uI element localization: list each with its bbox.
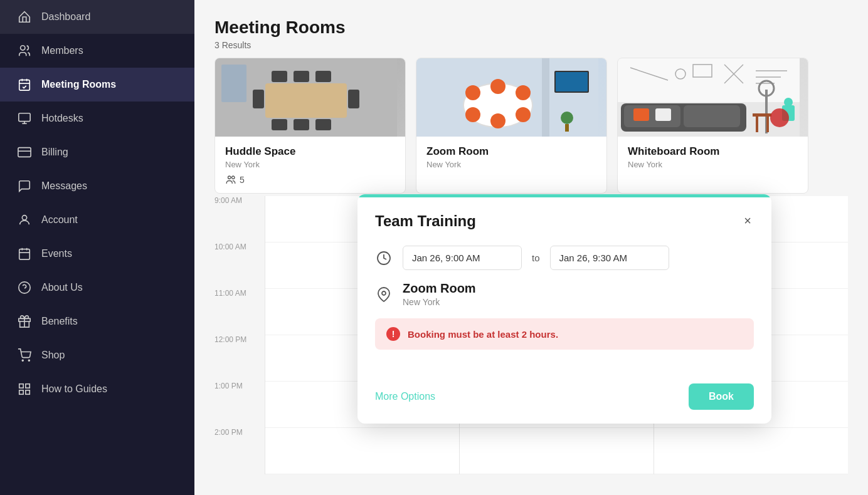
book-button[interactable]: Book	[689, 383, 754, 410]
to-label: to	[532, 253, 540, 263]
time-to-input[interactable]	[550, 246, 669, 270]
sidebar-item-how-to-guides[interactable]: How to Guides	[0, 372, 194, 406]
svg-rect-1	[19, 80, 30, 91]
sidebar-item-label: Members	[41, 45, 83, 56]
time-column: 9:00 AM 10:00 AM 11:00 AM 12:00 PM 1:00 …	[214, 196, 265, 474]
svg-rect-32	[272, 119, 287, 130]
svg-rect-70	[766, 117, 769, 132]
room-card-body-whiteboard: Whiteboard Room New York	[618, 137, 808, 177]
room-image-huddle	[215, 58, 405, 137]
svg-point-44	[516, 107, 531, 122]
time-slot: 11:00 AM	[214, 289, 265, 335]
svg-rect-39	[542, 58, 549, 137]
sidebar-item-label: Hotdesks	[41, 113, 83, 124]
sidebar: Dashboard Members Meeting Rooms Hotdesks…	[0, 0, 194, 495]
sidebar-item-label: Shop	[41, 350, 65, 361]
room-card-body-huddle: Huddle Space New York 5	[215, 137, 405, 193]
sidebar-item-meeting-rooms[interactable]: Meeting Rooms	[0, 68, 194, 102]
error-icon: !	[386, 327, 400, 341]
sidebar-item-label: Messages	[41, 180, 87, 192]
svg-rect-64	[633, 108, 649, 121]
svg-rect-35	[221, 65, 246, 102]
svg-rect-24	[26, 390, 29, 394]
sidebar-item-shop[interactable]: Shop	[0, 338, 194, 372]
time-row: to	[375, 246, 754, 270]
svg-rect-21	[19, 384, 23, 388]
time-from-input[interactable]	[403, 246, 522, 270]
booking-modal: Team Training × to Zoom Room New Yor	[357, 194, 771, 424]
svg-rect-28	[348, 90, 359, 108]
sidebar-item-events[interactable]: Events	[0, 237, 194, 271]
sidebar-item-label: How to Guides	[41, 383, 107, 395]
svg-rect-11	[19, 249, 30, 260]
monitor-icon	[18, 112, 31, 125]
sidebar-item-account[interactable]: Account	[0, 203, 194, 237]
room-image-whiteboard	[618, 58, 808, 137]
room-name: Huddle Space	[225, 145, 395, 158]
modal-title: Team Training	[375, 212, 476, 230]
sidebar-item-label: Dashboard	[41, 11, 90, 23]
svg-rect-29	[272, 71, 287, 82]
sidebar-item-benefits[interactable]: Benefits	[0, 305, 194, 338]
svg-point-72	[784, 98, 793, 107]
question-icon	[18, 281, 31, 294]
room-image-zoom	[416, 58, 606, 137]
location-city: New York	[403, 297, 476, 307]
svg-rect-69	[756, 117, 758, 132]
clock-icon	[375, 249, 393, 267]
location-row: Zoom Room New York	[375, 281, 754, 307]
svg-point-73	[770, 108, 789, 127]
room-card-body-zoom: Zoom Room New York	[416, 137, 606, 177]
sidebar-item-label: About Us	[41, 282, 83, 293]
time-slot: 12:00 PM	[214, 335, 265, 382]
svg-rect-5	[19, 113, 30, 122]
svg-rect-68	[753, 113, 771, 117]
sidebar-item-billing[interactable]: Billing	[0, 135, 194, 169]
modal-close-button[interactable]: ×	[741, 211, 754, 231]
time-slot: 2:00 PM	[214, 428, 265, 474]
gift-icon	[18, 315, 31, 328]
error-banner: ! Booking must be at least 2 hours.	[375, 318, 754, 350]
room-card-huddle[interactable]: Huddle Space New York 5	[214, 58, 406, 194]
svg-rect-48	[556, 72, 588, 91]
svg-point-46	[465, 107, 480, 122]
sidebar-item-label: Events	[41, 248, 72, 259]
svg-rect-8	[18, 148, 31, 157]
credit-card-icon	[18, 145, 31, 159]
room-name: Whiteboard Room	[628, 145, 798, 158]
room-card-zoom[interactable]: Zoom Room New York	[416, 58, 607, 194]
room-location: New York	[225, 160, 395, 169]
calendar-cell[interactable]	[460, 428, 654, 474]
calendar-icon	[18, 247, 31, 261]
location-info: Zoom Room New York	[403, 281, 476, 307]
calendar-cell[interactable]	[654, 428, 848, 474]
sidebar-item-label: Benefits	[41, 316, 78, 327]
svg-point-0	[21, 46, 25, 50]
shopping-cart-icon	[18, 348, 31, 362]
svg-rect-27	[253, 90, 264, 108]
sidebar-item-label: Account	[41, 214, 78, 226]
room-card-whiteboard[interactable]: Whiteboard Room New York	[617, 58, 808, 194]
svg-rect-65	[655, 108, 671, 121]
message-icon	[18, 179, 31, 193]
calendar-cell[interactable]	[265, 428, 459, 474]
page-header: Meeting Rooms 3 Results	[194, 0, 868, 58]
more-options-button[interactable]: More Options	[375, 391, 435, 402]
sidebar-item-members[interactable]: Members	[0, 34, 194, 68]
sidebar-item-about-us[interactable]: About Us	[0, 271, 194, 305]
svg-rect-23	[19, 390, 23, 394]
svg-point-42	[490, 79, 505, 94]
modal-footer: More Options Book	[357, 375, 771, 424]
room-location: New York	[426, 160, 596, 169]
svg-point-49	[561, 112, 573, 124]
svg-rect-34	[315, 119, 331, 130]
svg-point-15	[19, 282, 30, 293]
capacity-value: 5	[240, 175, 245, 185]
main-content: Meeting Rooms 3 Results	[194, 0, 868, 495]
svg-rect-50	[565, 124, 569, 132]
svg-point-37	[232, 176, 235, 179]
sidebar-item-hotdesks[interactable]: Hotdesks	[0, 102, 194, 135]
sidebar-item-dashboard[interactable]: Dashboard	[0, 0, 194, 34]
svg-rect-26	[265, 83, 347, 118]
sidebar-item-messages[interactable]: Messages	[0, 169, 194, 203]
